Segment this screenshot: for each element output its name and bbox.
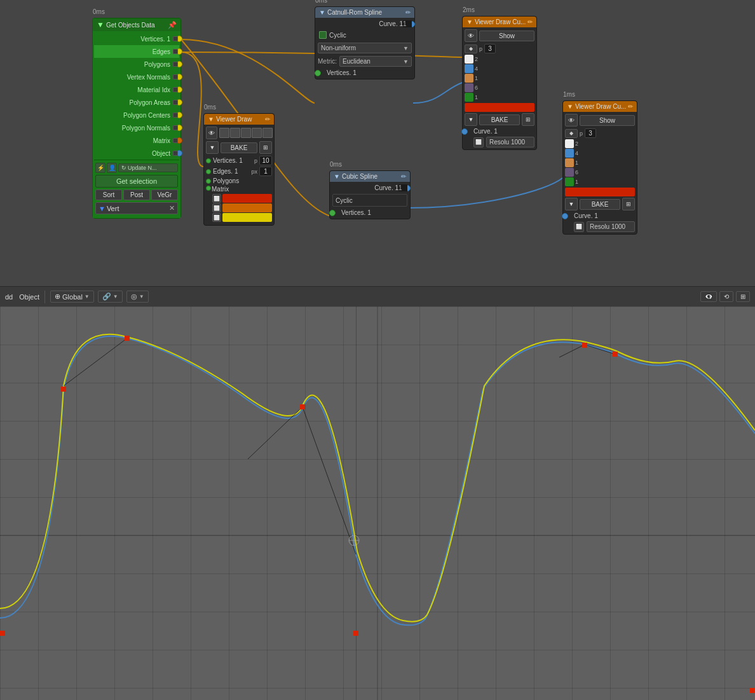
vd3-swatches: 2 4 1 6 1: [565, 139, 635, 196]
vd1-p-value: 10: [259, 156, 272, 165]
bake-button-1[interactable]: BAKE: [221, 142, 257, 153]
vd3-arrow: ▼: [567, 103, 573, 110]
vd3-curve-in-socket: [562, 213, 568, 219]
catmull-metric-dropdown[interactable]: Euclidean ▼: [339, 56, 412, 67]
polygon-areas-dropdown[interactable]: [173, 100, 178, 105]
cubic-spline-node: 0ms ▼ Cubic Spline ✏ Curve. 1 1 Cyclic: [329, 170, 411, 219]
vd3-swatch-row-6: [565, 188, 635, 196]
vd1-icon3[interactable]: [241, 128, 251, 138]
vd2-resolu-field[interactable]: Resolu 1000: [486, 137, 534, 148]
icon2[interactable]: 👤: [107, 163, 117, 173]
proportional-dropdown[interactable]: ◎ ▼: [126, 291, 149, 303]
vd2-p-row: ◆ p 3: [465, 44, 534, 53]
vd2-body: 👁 Show ◆ p 3 2 4: [463, 27, 536, 149]
vd1-icon1[interactable]: [219, 128, 229, 138]
snap-dropdown[interactable]: 🔗 ▼: [98, 291, 123, 303]
catmull-vertices-socket: [315, 70, 321, 76]
polygons-dropdown[interactable]: [173, 62, 178, 67]
snap-arrow: ▼: [113, 294, 118, 299]
eye-button[interactable]: 👁: [206, 127, 217, 139]
icon1[interactable]: ⚡: [95, 163, 105, 173]
matrix-dropdown[interactable]: [173, 138, 178, 143]
edges-dropdown[interactable]: [173, 49, 178, 54]
vd1-color-bar-yellow: [222, 213, 272, 222]
vd3-swatch-row-3: 1: [565, 158, 635, 167]
vd2-header: ▼ Viewer Draw Cu... ✏: [463, 17, 536, 27]
post-button[interactable]: Post: [123, 189, 150, 200]
viewer-draw-1-node: 0ms ▼ Viewer Draw ✏ 👁: [203, 113, 275, 226]
vd1-polygons-label-2: Polygons: [213, 177, 272, 184]
catmull-cyclic-row: Cyclic: [318, 30, 412, 40]
vd2-swatch-row-4: 6: [465, 83, 534, 92]
vd1-icon2[interactable]: [230, 128, 240, 138]
sort-button[interactable]: Sort: [95, 189, 122, 200]
view-button[interactable]: 👁‍🗨: [700, 291, 717, 302]
vd3-p-label: p: [580, 130, 583, 137]
bake-triangle-btn[interactable]: ▼: [206, 141, 219, 154]
vd2-bake-extra-btn[interactable]: ⊞: [522, 113, 534, 126]
vertex-normals-row: Vertex Normals: [94, 71, 179, 83]
viewer-draw-1-title: Viewer Draw: [216, 116, 252, 123]
object-dropdown[interactable]: [173, 151, 178, 156]
polygon-normals-dropdown[interactable]: [173, 125, 178, 130]
catmull-vertices-row: Vertices. 1: [318, 69, 412, 76]
transform-dropdown[interactable]: ⊕ Global ▼: [50, 291, 94, 303]
triangle-icon: ▼: [99, 205, 105, 212]
vd1-p-label: p: [254, 158, 257, 164]
catmull-mode-dropdown[interactable]: Non-uniform ▼: [318, 43, 412, 53]
vd2-swatch-green: [465, 93, 473, 102]
vd2-eye-button[interactable]: 👁: [465, 29, 477, 42]
vd2-bake-triangle-btn[interactable]: ▼: [465, 113, 477, 126]
vertex-normals-dropdown[interactable]: [173, 74, 178, 79]
vd2-swatch-2-num: 4: [475, 65, 478, 72]
vd3-bake-row: ▼ BAKE ⊞: [565, 198, 635, 210]
vd1-polygons-row: Polygons: [206, 177, 272, 184]
vd1-icon5[interactable]: [262, 128, 273, 138]
polygon-centers-dropdown[interactable]: [173, 113, 178, 118]
object-row: Object: [94, 147, 179, 160]
catmull-curve-select[interactable]: 1: [403, 20, 412, 27]
vd2-resolu-icon: ⬜: [473, 137, 484, 148]
gizmo-button[interactable]: ⟲: [719, 291, 733, 302]
vd1-vertices-in-socket: [206, 158, 211, 163]
transform-icon: ⊕: [55, 292, 60, 301]
update-button[interactable]: ↻ Update N...: [118, 163, 178, 172]
matrix-row: Matrix: [94, 134, 179, 147]
vd1-bar-row3: ⬜: [206, 213, 272, 222]
vd2-swatch-purple: [465, 83, 473, 92]
node-buttons-area: ⚡ 👤 ↻ Update N... Get selection Sort Pos: [94, 160, 179, 217]
vd2-show-button[interactable]: Show: [479, 31, 534, 41]
vd3-bake-button[interactable]: BAKE: [580, 199, 620, 210]
vertices-dropdown[interactable]: [173, 36, 178, 41]
vd3-time: 1ms: [563, 91, 575, 98]
vert-close[interactable]: ✕: [169, 204, 175, 212]
vd3-eye-button[interactable]: 👁: [565, 114, 578, 127]
vd2-swatch-row-5: 1: [465, 93, 534, 102]
cubic-curve-select[interactable]: 1: [398, 184, 407, 191]
bake-extra-btn[interactable]: ⊞: [259, 141, 272, 154]
transform-label: Global: [62, 293, 83, 301]
catmull-metric-arrow: ▼: [403, 58, 409, 65]
material-idx-dropdown[interactable]: [173, 87, 178, 92]
vd2-resolu-value: 1000: [511, 139, 525, 146]
vd3-bake-triangle-btn[interactable]: ▼: [565, 198, 578, 210]
catmull-metric-row: Metric: Euclidean ▼: [318, 56, 412, 67]
vd1-vertices-row: Vertices. 1 p 10: [206, 156, 272, 165]
vd3-bake-extra-btn[interactable]: ⊞: [622, 198, 635, 210]
overlay-button[interactable]: ⊞: [736, 291, 750, 302]
get-selection-button[interactable]: Get selection: [95, 175, 178, 188]
vd2-swatch-row-6: [465, 103, 534, 112]
catmull-mode-label: Non-uniform: [321, 45, 356, 51]
vegr-button[interactable]: VeGr: [151, 189, 178, 200]
vd3-resolu-field[interactable]: Resolu 1000: [587, 221, 635, 232]
vd1-bar-row1: ⬜: [206, 194, 272, 203]
cyclic-checkbox[interactable]: [319, 31, 327, 39]
vd1-bar-icon1: ⬜: [212, 194, 221, 203]
vd2-dot-icon: ◆: [465, 45, 477, 53]
vd2-arrow: ▼: [466, 18, 473, 25]
catmull-curve-out: Curve. 1 1: [318, 20, 412, 27]
vd1-icon4[interactable]: [252, 128, 262, 138]
vd2-title: Viewer Draw Cu...: [475, 18, 526, 25]
vd3-show-button[interactable]: Show: [580, 115, 635, 126]
vd2-bake-button[interactable]: BAKE: [479, 114, 520, 125]
